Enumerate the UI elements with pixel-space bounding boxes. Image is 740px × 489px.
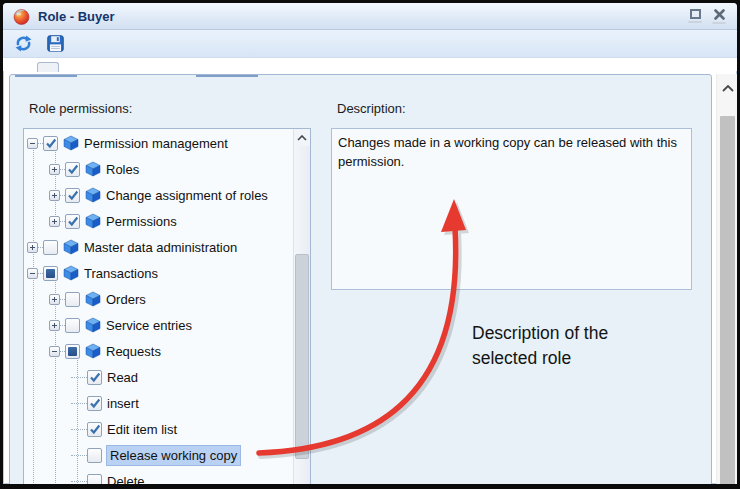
unchecked-checkbox[interactable]	[87, 474, 102, 485]
tree-item-permission-management[interactable]: Permission management	[27, 130, 293, 156]
tree-item-label: Release working copy	[107, 446, 240, 465]
partial-checkbox[interactable]	[65, 344, 80, 359]
permission-cube-icon	[85, 317, 101, 333]
permission-cube-icon	[63, 135, 79, 151]
tree-item-change-assignment-of-roles[interactable]: Change assignment of roles	[49, 182, 293, 208]
tree-item-permissions[interactable]: Permissions	[49, 208, 293, 234]
tree-expander-plus[interactable]	[49, 216, 60, 227]
tree-item-label: Permission management	[84, 136, 228, 151]
save-icon	[47, 35, 64, 52]
tree-panel-label: Role permissions:	[29, 101, 132, 116]
tree-connector-line	[33, 143, 34, 484]
save-button[interactable]	[45, 33, 66, 54]
page-scroll-up-button[interactable]	[717, 76, 737, 100]
tab-remnant	[15, 75, 77, 77]
role-permissions-tree: Permission managementRolesChange assignm…	[23, 128, 311, 484]
tree-item-delete[interactable]: Delete	[71, 468, 293, 484]
spacer-strip	[3, 58, 737, 71]
tree-item-label: Roles	[106, 162, 139, 177]
tree-item-label: Service entries	[106, 318, 192, 333]
app-logo-icon	[13, 8, 30, 25]
close-icon	[714, 9, 725, 20]
tree-item-label: Orders	[106, 292, 146, 307]
checked-checkbox[interactable]	[65, 188, 80, 203]
screenshot-frame: Role - Buyer	[0, 0, 740, 489]
permission-cube-icon	[85, 187, 101, 203]
tree-item-requests[interactable]: Requests	[49, 338, 293, 364]
partial-check-mark	[68, 347, 77, 356]
tree-item-label: Requests	[106, 344, 161, 359]
tree-item-label: Master data administration	[84, 240, 237, 255]
tree-connector-stub	[71, 403, 87, 404]
permission-cube-icon	[63, 265, 79, 281]
tree-item-insert[interactable]: insert	[71, 390, 293, 416]
tree-item-label: insert	[107, 396, 139, 411]
page-scrollbar[interactable]	[716, 74, 737, 484]
refresh-button[interactable]	[13, 33, 34, 54]
tree-scrollbar[interactable]	[293, 129, 310, 484]
tree-scroll-thumb[interactable]	[295, 254, 309, 459]
chevron-up-icon	[722, 85, 734, 92]
permission-cube-icon	[85, 213, 101, 229]
tree-scroll-up-button[interactable]	[294, 129, 310, 146]
partial-check-mark	[46, 269, 55, 278]
tree-item-orders[interactable]: Orders	[49, 286, 293, 312]
restore-icon	[690, 9, 701, 19]
permission-cube-icon	[85, 291, 101, 307]
tree-expander-minus[interactable]	[49, 346, 60, 357]
refresh-icon	[15, 35, 32, 52]
tree-expander-plus[interactable]	[27, 242, 38, 253]
tree-expander-plus[interactable]	[49, 294, 60, 305]
permission-cube-icon	[85, 343, 101, 359]
checked-checkbox[interactable]	[43, 136, 58, 151]
tree-item-master-data-administration[interactable]: Master data administration	[27, 234, 293, 260]
tree-connector-stub	[71, 481, 87, 482]
tree-item-roles[interactable]: Roles	[49, 156, 293, 182]
annotation-text: Description of the selected role	[472, 321, 608, 371]
tree-item-label: Read	[107, 370, 138, 385]
window-title: Role - Buyer	[38, 9, 683, 24]
button-underline	[712, 22, 726, 24]
tree-connector-stub	[71, 455, 87, 456]
tree-expander-plus[interactable]	[49, 320, 60, 331]
tree-expander-minus[interactable]	[27, 268, 38, 279]
tree-item-label: Edit item list	[107, 422, 177, 437]
tree-item-label: Delete	[107, 474, 145, 485]
description-label: Description:	[337, 101, 406, 116]
partial-checkbox[interactable]	[43, 266, 58, 281]
unchecked-checkbox[interactable]	[65, 318, 80, 333]
tree-item-read[interactable]: Read	[71, 364, 293, 390]
tree-item-release-working-copy[interactable]: Release working copy	[71, 442, 293, 468]
unchecked-checkbox[interactable]	[43, 240, 58, 255]
restore-button[interactable]	[683, 4, 707, 28]
checked-checkbox[interactable]	[87, 422, 102, 437]
unchecked-checkbox[interactable]	[65, 292, 80, 307]
tree-item-service-entries[interactable]: Service entries	[49, 312, 293, 338]
toolbar	[3, 30, 737, 58]
permission-cube-icon	[85, 161, 101, 177]
checked-checkbox[interactable]	[65, 162, 80, 177]
tree-expander-minus[interactable]	[27, 138, 38, 149]
unchecked-checkbox[interactable]	[87, 448, 102, 463]
button-underline	[688, 21, 702, 23]
tree-connector-stub	[71, 429, 87, 430]
tree-item-label: Change assignment of roles	[106, 188, 268, 203]
checked-checkbox[interactable]	[65, 214, 80, 229]
tree-connector-stub	[71, 377, 87, 378]
tree-item-label: Transactions	[84, 266, 158, 281]
description-field[interactable]: Changes made in a working copy can be re…	[331, 128, 692, 290]
checked-checkbox[interactable]	[87, 370, 102, 385]
close-button[interactable]	[707, 4, 731, 28]
tree-expander-plus[interactable]	[49, 190, 60, 201]
tree-item-edit-item-list[interactable]: Edit item list	[71, 416, 293, 442]
tab-remnant	[196, 75, 258, 77]
title-bar: Role - Buyer	[3, 3, 737, 30]
page-scroll-thumb[interactable]	[720, 116, 735, 484]
tree-expander-plus[interactable]	[49, 164, 60, 175]
chevron-up-icon	[297, 135, 307, 141]
tree-item-transactions[interactable]: Transactions	[27, 260, 293, 286]
role-dialog: Role - Buyer	[3, 3, 737, 484]
cut-off-tab-fragment	[37, 62, 59, 72]
tree-item-label: Permissions	[106, 214, 177, 229]
checked-checkbox[interactable]	[87, 396, 102, 411]
